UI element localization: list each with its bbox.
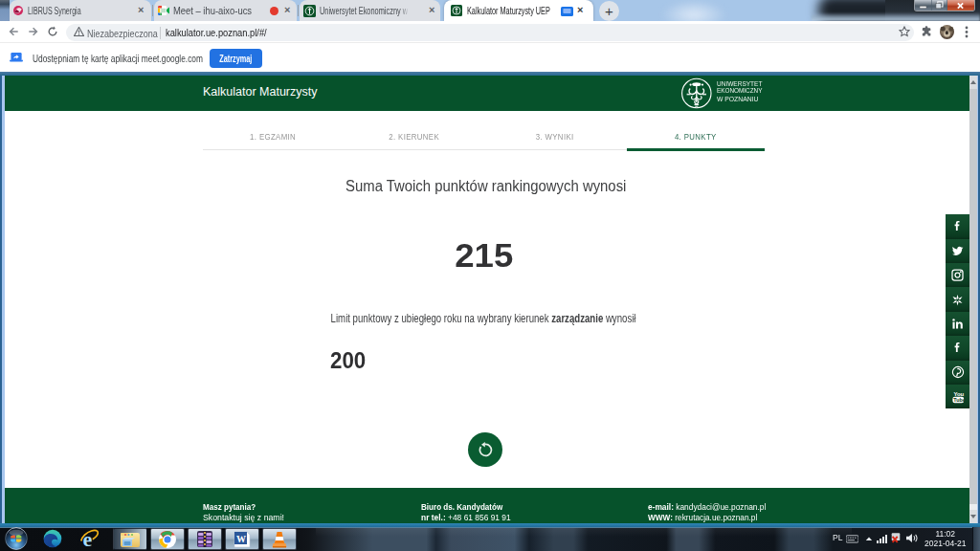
svg-text:W: W — [236, 533, 246, 543]
svg-text:Tube: Tube — [953, 397, 965, 403]
